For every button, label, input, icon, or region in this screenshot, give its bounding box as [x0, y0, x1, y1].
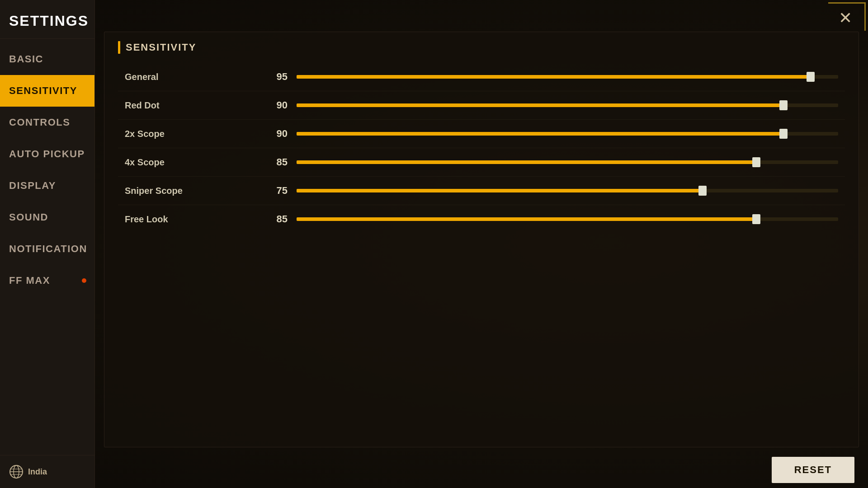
slider-thumb-1[interactable]	[779, 100, 788, 110]
slider-track-3	[297, 160, 838, 164]
slider-thumb-4[interactable]	[698, 186, 707, 196]
main-content: SENSITIVITY General95Red Dot902x Scope90…	[95, 0, 868, 488]
sensitivity-label-3: 4x Scope	[125, 157, 251, 168]
slider-container-1[interactable]	[297, 101, 838, 110]
sidebar-item-controls[interactable]: CONTROLS	[0, 107, 94, 138]
sensitivity-label-5: Free Look	[125, 214, 251, 225]
sensitivity-row-4: Sniper Scope75	[118, 177, 845, 205]
sensitivity-label-4: Sniper Scope	[125, 186, 251, 196]
sensitivity-rows: General95Red Dot902x Scope904x Scope85Sn…	[118, 63, 845, 233]
slider-container-0[interactable]	[297, 72, 838, 81]
sensitivity-value-1: 90	[260, 99, 288, 111]
close-icon: ✕	[839, 9, 852, 28]
sensitivity-row-0: General95	[118, 63, 845, 91]
slider-track-2	[297, 132, 838, 136]
slider-track-4	[297, 189, 838, 192]
sensitivity-value-4: 75	[260, 185, 288, 197]
slider-fill-5	[297, 217, 757, 221]
sidebar-item-sound[interactable]: SOUND	[0, 202, 94, 233]
sensitivity-row-5: Free Look85	[118, 205, 845, 233]
slider-fill-0	[297, 75, 811, 79]
slider-container-2[interactable]	[297, 129, 838, 138]
sidebar-item-basic[interactable]: BASIC	[0, 43, 94, 75]
close-button[interactable]: ✕	[832, 5, 859, 32]
slider-thumb-0[interactable]	[807, 72, 815, 82]
nav-items: BASICSENSITIVITYCONTROLSAUTO PICKUPDISPL…	[0, 39, 94, 455]
sensitivity-value-3: 85	[260, 156, 288, 168]
slider-track-1	[297, 103, 838, 107]
sidebar-item-auto-pickup[interactable]: AUTO PICKUP	[0, 138, 94, 170]
bottom-bar: RESET	[95, 452, 868, 488]
sidebar-footer: India	[0, 455, 94, 488]
sensitivity-row-1: Red Dot90	[118, 91, 845, 120]
sidebar-item-display[interactable]: DISPLAY	[0, 170, 94, 202]
slider-track-0	[297, 75, 838, 79]
slider-thumb-2[interactable]	[779, 129, 788, 139]
sensitivity-label-1: Red Dot	[125, 100, 251, 111]
sensitivity-label-0: General	[125, 72, 251, 82]
slider-thumb-5[interactable]	[752, 214, 760, 224]
sidebar-item-ff-max[interactable]: FF MAX	[0, 265, 94, 296]
sidebar-item-notification[interactable]: NOTIFICATION	[0, 233, 94, 265]
slider-fill-4	[297, 189, 703, 192]
sensitivity-value-0: 95	[260, 71, 288, 83]
settings-title: SETTINGS	[0, 0, 94, 39]
sensitivity-row-2: 2x Scope90	[118, 120, 845, 148]
slider-fill-3	[297, 160, 757, 164]
sensitivity-row-3: 4x Scope85	[118, 148, 845, 177]
content-panel: SENSITIVITY General95Red Dot902x Scope90…	[104, 32, 859, 447]
slider-container-3[interactable]	[297, 158, 838, 167]
sensitivity-value-2: 90	[260, 128, 288, 140]
sidebar-item-sensitivity[interactable]: SENSITIVITY	[0, 75, 94, 107]
slider-thumb-3[interactable]	[752, 157, 760, 167]
sensitivity-label-2: 2x Scope	[125, 129, 251, 139]
sidebar: SETTINGS BASICSENSITIVITYCONTROLSAUTO PI…	[0, 0, 95, 488]
reset-button[interactable]: RESET	[772, 457, 854, 483]
section-header: SENSITIVITY	[118, 41, 845, 54]
notification-dot	[82, 278, 86, 283]
slider-container-5[interactable]	[297, 215, 838, 224]
section-title-text: SENSITIVITY	[126, 42, 196, 53]
slider-track-5	[297, 217, 838, 221]
slider-fill-2	[297, 132, 784, 136]
section-title-bar	[118, 41, 120, 54]
slider-container-4[interactable]	[297, 186, 838, 195]
globe-icon	[9, 465, 24, 479]
sensitivity-value-5: 85	[260, 213, 288, 225]
top-bar	[95, 0, 868, 27]
country-label: India	[28, 467, 47, 477]
slider-fill-1	[297, 103, 784, 107]
